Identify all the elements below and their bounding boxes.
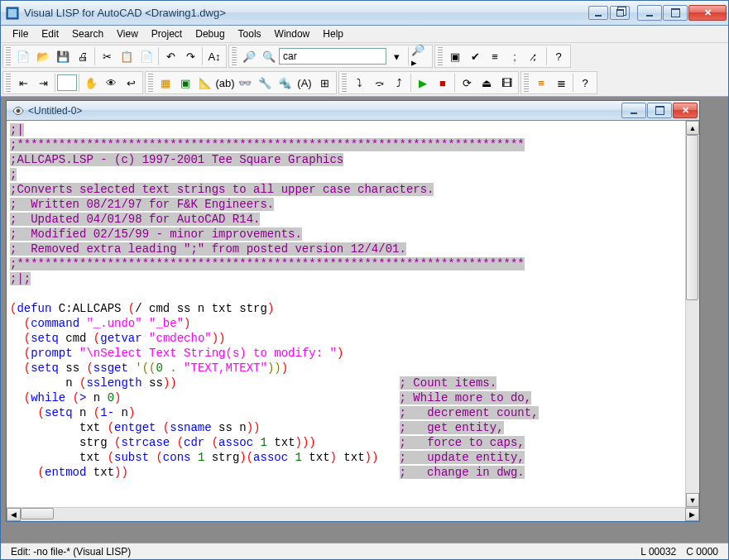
toolbar-standard: 📄 📂 💾 🖨 ✂ 📋 📄 ↶ ↷ A↕ (2, 45, 227, 68)
find-icon[interactable]: 🔎 (239, 46, 259, 66)
document-icon (12, 104, 25, 117)
scroll-track[interactable] (686, 135, 699, 493)
toolbar-misc: ≡ ≣ ? (520, 71, 597, 94)
menu-file[interactable]: File (6, 26, 35, 41)
find-next-icon[interactable]: 🔎▸ (410, 46, 430, 66)
toolbars: 📄 📂 💾 🖨 ✂ 📋 📄 ↶ ↷ A↕ 🔎 🔍 ▾ 🔎▸ ▣ (1, 43, 728, 97)
stop-icon[interactable]: ■ (433, 73, 453, 93)
print-icon[interactable]: 🖨 (73, 46, 93, 66)
cut-icon[interactable]: ✂ (97, 46, 117, 66)
new-file-icon[interactable]: 📄 (13, 46, 33, 66)
last-break-icon[interactable]: ↩ (121, 73, 141, 93)
open-file-icon[interactable]: 📂 (33, 46, 53, 66)
select-window-icon[interactable]: (ab) (215, 73, 235, 93)
toolbar-grip[interactable] (438, 47, 443, 65)
menu-help[interactable]: Help (316, 26, 350, 41)
continue-icon[interactable]: ▶ (413, 73, 433, 93)
inspect-icon[interactable]: 🔩 (275, 73, 295, 93)
activate-acad-icon[interactable]: 📐 (195, 73, 215, 93)
format-selection-icon[interactable]: ≡ (485, 46, 505, 66)
trace-icon[interactable]: (A) (295, 73, 314, 93)
vlisp-console-icon[interactable]: ≡ (531, 73, 551, 93)
editor-window: <Untitled-0> ;|;************************… (6, 100, 700, 522)
load-active-icon[interactable]: ▦ (156, 73, 175, 93)
scroll-left-arrow-icon[interactable]: ◀ (7, 508, 21, 521)
animate-icon[interactable]: 🎞 (496, 73, 516, 93)
toolbar-tools: ▣ ✔ ≡ ; ;̷ ? (434, 45, 571, 68)
toolbar-grip[interactable] (148, 74, 153, 92)
toolbar-grip[interactable] (6, 47, 11, 65)
save-icon[interactable]: 💾 (53, 46, 73, 66)
menu-search[interactable]: Search (65, 26, 110, 41)
editor-maximize-button[interactable] (647, 103, 672, 118)
minimize-button[interactable] (637, 5, 662, 21)
window-title: Visual LISP for AutoCAD <Drawing1.dwg> (24, 7, 588, 19)
main-window: Visual LISP for AutoCAD <Drawing1.dwg> F… (0, 0, 729, 560)
editor-close-button[interactable] (673, 103, 698, 118)
undo-icon[interactable]: ↶ (161, 46, 180, 66)
vertical-scrollbar[interactable]: ▲ ▼ (685, 121, 699, 507)
close-button[interactable] (688, 5, 727, 21)
scroll-down-arrow-icon[interactable]: ▼ (686, 493, 699, 507)
breakpoint-icon[interactable]: ✋ (81, 73, 101, 93)
toolbar-grip[interactable] (232, 47, 237, 65)
find-toggle-icon[interactable]: 🔍 (259, 46, 279, 66)
step-over-icon[interactable]: ⤼ (369, 73, 389, 93)
titlebar[interactable]: Visual LISP for AutoCAD <Drawing1.dwg> (1, 1, 728, 26)
help-icon[interactable]: ? (549, 46, 568, 66)
dropdown-icon[interactable]: ▾ (386, 46, 406, 66)
error-trace-icon[interactable]: ? (575, 73, 595, 93)
toolbar-debug: ▦ ▣ 📐 (ab) 👓 🔧 🔩 (A) ⊞ (145, 71, 337, 94)
editor-titlebar[interactable]: <Untitled-0> (7, 101, 699, 121)
scroll-track[interactable] (21, 508, 685, 521)
toolbar-run: ⤵ ⤼ ⤴ ▶ ■ ⟳ ⏏ 🎞 (338, 71, 519, 94)
menu-tools[interactable]: Tools (232, 26, 268, 41)
editor-minimize-button[interactable] (621, 103, 646, 118)
search-input[interactable] (279, 48, 386, 65)
horizontal-scrollbar[interactable]: ◀ ▶ (7, 507, 699, 521)
menu-debug[interactable]: Debug (189, 26, 231, 41)
mdi-area: <Untitled-0> ;|;************************… (1, 97, 728, 543)
menubar: File Edit Search View Project Debug Tool… (1, 26, 728, 43)
uncomment-block-icon[interactable]: ;̷ (525, 46, 544, 66)
maximize-button[interactable] (663, 5, 688, 21)
reset-icon[interactable]: ⟳ (457, 73, 477, 93)
quit-icon[interactable]: ⏏ (477, 73, 496, 93)
menu-window[interactable]: Window (268, 26, 317, 41)
indent-left-icon[interactable]: ⇤ (13, 73, 33, 93)
toolbar-grip[interactable] (524, 74, 529, 92)
editor-title: <Untitled-0> (28, 105, 621, 117)
menu-view[interactable]: View (110, 26, 145, 41)
menu-project[interactable]: Project (145, 26, 189, 41)
menu-edit[interactable]: Edit (35, 26, 65, 41)
toggle-trace-icon[interactable]: 👁 (101, 73, 121, 93)
toolbar-grip[interactable] (6, 74, 11, 92)
scroll-right-arrow-icon[interactable]: ▶ (685, 508, 699, 521)
redo-icon[interactable]: ↷ (180, 46, 200, 66)
status-col: C 0000 (681, 546, 723, 558)
paste-icon[interactable]: 📄 (137, 46, 156, 66)
status-left: Edit: -no file-* (Visual LISP) (6, 546, 635, 558)
check-selection-icon[interactable]: ✔ (465, 46, 485, 66)
indent-right-icon[interactable]: ⇥ (33, 73, 53, 93)
load-selection-icon[interactable]: ▣ (445, 46, 465, 66)
step-out-icon[interactable]: ⤴ (389, 73, 409, 93)
watch-icon[interactable]: 👓 (235, 73, 255, 93)
gutter-restore-button[interactable] (610, 6, 630, 20)
gutter-minimize-button[interactable] (588, 6, 608, 20)
scroll-thumb[interactable] (686, 135, 698, 300)
svg-rect-1 (8, 9, 17, 17)
comment-block-icon[interactable]: ; (505, 46, 525, 66)
toolbar-grip[interactable] (342, 74, 347, 92)
symbol-service-icon[interactable]: ⊞ (314, 73, 334, 93)
trace-stack-icon[interactable]: ≣ (551, 73, 571, 93)
indent-size-input[interactable] (57, 74, 77, 91)
step-into-icon[interactable]: ⤵ (349, 73, 369, 93)
code-editor[interactable]: ;|;*************************************… (7, 121, 699, 507)
check-edit-icon[interactable]: ▣ (175, 73, 195, 93)
complete-word-icon[interactable]: A↕ (204, 46, 224, 66)
apropos-icon[interactable]: 🔧 (255, 73, 275, 93)
scroll-thumb[interactable] (21, 508, 54, 519)
scroll-up-arrow-icon[interactable]: ▲ (686, 121, 699, 135)
copy-icon[interactable]: 📋 (117, 46, 137, 66)
